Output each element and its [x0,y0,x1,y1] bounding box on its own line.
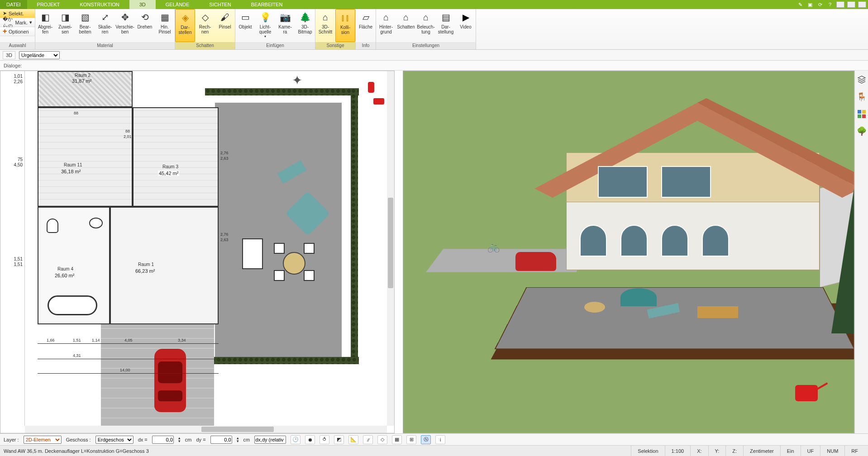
maximize-button[interactable] [847,1,855,8]
chevron-down-icon: ▾ [29,19,32,25]
ribbon-group-info: ▱Fläche Info [356,9,376,49]
house-bg-icon: ⌂ [380,11,392,24]
scrollbar-thumb[interactable] [201,427,274,432]
close-button[interactable] [858,1,866,8]
angle-snap-icon[interactable]: 📐 [348,435,358,444]
hin-pinsel-button[interactable]: ▦Hin. Pinsel [155,9,175,42]
snap-icon[interactable]: ◩ [334,435,344,444]
kollision-button[interactable]: ⫿⫿Kolli- sion [335,9,355,42]
ortho-icon[interactable]: ◇ [377,435,387,444]
geschoss-dropdown[interactable]: Erdgeschos [95,436,134,444]
svg-rect-2 [858,110,861,114]
ruler-tick: 1,51 [14,262,23,267]
tab-konstruktion[interactable]: KONSTRUKTION [70,0,129,9]
link-icon[interactable]: ⥀ [320,435,329,444]
palette-icon[interactable] [857,109,866,119]
grid-snap-icon[interactable]: ▦ [392,435,402,444]
info-toggle-icon[interactable]: i [435,435,445,444]
tab-datei[interactable]: DATEI [0,0,27,9]
tree-dock-icon[interactable]: 🌳 [857,127,866,136]
light-icon: 💡 [259,11,272,24]
car-top-view[interactable] [154,349,186,412]
record-icon[interactable]: ⏺ [305,435,315,444]
3d-bitmap-button[interactable]: 🌲3D- Bitmap [295,9,315,42]
beleuchtung-button[interactable]: ⌂Beleuch- tung [416,9,436,42]
abgreifen-button[interactable]: ◧Abgrei- fen [35,9,55,42]
svg-rect-4 [858,114,861,118]
room-1[interactable]: Raum 1 66,23 m² [110,207,219,324]
drehen-button[interactable]: ⟲Drehen [135,9,155,42]
dim-text: 2,76 [220,151,229,155]
coord-mode-readout[interactable] [254,436,286,444]
layer-dropdown[interactable]: 2D-Elemen [24,436,62,444]
ribbon-group-material: ◧Abgrei- fen ◨Zuwei- sen ▧Bear- beiten ⤢… [35,9,175,49]
tab-projekt[interactable]: PROJEKT [27,0,70,9]
room-3[interactable]: Raum 3 45,42 m² [133,107,219,207]
tab-3d[interactable]: 3D [129,0,156,9]
3d-schnitt-button[interactable]: ⌂3D- Schnitt [315,9,335,42]
view-dropdown[interactable]: Urgelände [19,51,60,59]
ribbon-group-sonstige: ⌂3D- Schnitt ⫿⫿Kolli- sion Sonstige [315,9,356,49]
flaeche-button[interactable]: ▱Fläche [356,9,376,42]
dx-input[interactable] [152,436,174,444]
dim-text: 1,14 [92,338,100,342]
parallel-icon[interactable]: ⫽ [363,435,373,444]
layers-icon[interactable] [857,75,866,84]
status-bar: Wand AW 36,5 m. Deckenauflager L=Konstru… [0,445,868,456]
darstellung-button[interactable]: ▤Dar- stellung [436,9,456,42]
tab-gelaende[interactable]: GELÄNDE [156,0,200,9]
lichtquelle-button[interactable]: 💡Licht- quelle▾ [255,9,275,42]
help-icon[interactable]: ? [826,1,834,8]
spinner-icon[interactable]: ▴▾ [178,437,181,443]
grid-icon[interactable]: ⊞ [406,435,416,444]
scrollbar-vertical[interactable] [387,71,394,426]
room-2[interactable]: Raum 2 31,87 m² [38,71,133,107]
window-upper [598,166,648,198]
geschoss-label: Geschoss : [66,437,91,442]
refresh-icon[interactable]: ⟳ [816,1,824,8]
menu-tabstrip: DATEI PROJEKT KONSTRUKTION 3D GELÄNDE SI… [0,0,868,9]
edit-box-icon: ▧ [79,11,91,24]
2d-plan-view[interactable]: 1,01 2,26 75 4,50 1,51 1,51 ⇡ ✦ Raum 2 3… [0,71,395,433]
compass-icon: ✦ [292,73,302,88]
room-4[interactable]: Raum 4 26,60 m² [38,207,110,324]
mark-button[interactable]: �からのMark.▾ [0,18,35,27]
pencil-icon[interactable]: ✎ [796,1,804,8]
objekt-button[interactable]: ▭Objekt [235,9,255,42]
scrollbar-thumb[interactable] [388,198,393,288]
layer-label: Layer : [4,437,19,442]
right-dock: 🪑 🌳 [854,71,868,433]
sink-icon [89,218,103,228]
window-icon[interactable]: ▣ [806,1,814,8]
ruler-tick: 1,01 [14,74,23,79]
minimize-button[interactable] [836,1,844,8]
spinner-icon[interactable]: ▴▾ [237,437,239,443]
darstellen-button[interactable]: ◈Dar- stellen [175,9,195,42]
rechnen-button[interactable]: ◇Rech- nen [195,9,215,42]
kamera-button[interactable]: 📷Kame- ra [275,9,295,42]
video-button[interactable]: ▶Video [456,9,476,42]
tab-sichten[interactable]: SICHTEN [199,0,241,9]
pane-splitter[interactable] [395,71,398,433]
skalieren-button[interactable]: ⤢Skalie- ren [95,9,115,42]
ribbon: ➤Selekt. �からのMark.▾ ✚Optionen Auswahl ◧A… [0,9,868,50]
options-button[interactable]: ✚Optionen [0,27,35,36]
pinsel-button[interactable]: 🖌Pinsel [215,9,235,42]
dy-input[interactable] [210,436,232,444]
verschieben-button[interactable]: ✥Verschie- ben [115,9,135,42]
armchair-icon[interactable]: 🪑 [857,92,866,101]
hintergrund-button[interactable]: ⌂Hinter- grund [376,9,396,42]
clock-icon[interactable]: 🕑 [291,435,300,444]
dim-text: 88 [74,111,78,115]
scrollbar-horizontal[interactable] [25,426,387,433]
north-lock-icon[interactable]: Ⓝ [421,435,431,444]
schatten-settings-button[interactable]: ⌂Schatten [396,9,416,42]
3d-view[interactable]: 🚲 [403,71,854,433]
plan-canvas[interactable]: ⇡ ✦ Raum 2 31,87 m² Raum 11 36,18 m² Rau… [25,71,387,426]
dim-text: 2,01 [124,134,132,139]
status-rf: RF [844,446,864,456]
tab-bearbeiten[interactable]: BEARBEITEN [241,0,293,9]
room-11[interactable]: Raum 11 36,18 m² [38,107,133,207]
zuweisen-button[interactable]: ◨Zuwei- sen [55,9,75,42]
bearbeiten-button[interactable]: ▧Bear- beiten [75,9,95,42]
